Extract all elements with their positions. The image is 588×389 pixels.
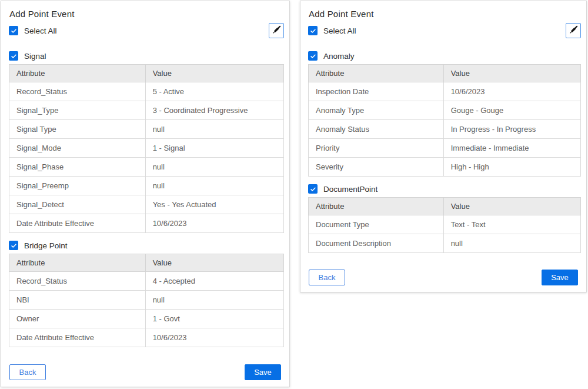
section-checkbox[interactable]: Anomaly (308, 51, 581, 61)
back-button[interactable]: Back (9, 364, 46, 380)
value-cell: 10/6/2023 (443, 82, 580, 101)
table-row: Signal_Type3 - Coordinated Progressive (9, 101, 284, 120)
value-cell: null (145, 158, 283, 177)
attribute-cell: Record_Status (9, 272, 146, 291)
select-all-label: Select All (24, 26, 57, 35)
column-header: Value (443, 65, 580, 82)
table-header-row: AttributeValue (309, 198, 581, 215)
value-cell: In Progress - In Progress (443, 120, 580, 139)
value-cell: null (145, 120, 283, 139)
section-label: Bridge Point (24, 241, 68, 250)
table-row: Signal_Mode1 - Signal (9, 139, 284, 158)
table-row: Record_Status4 - Accepted (9, 272, 284, 291)
back-button[interactable]: Back (309, 270, 345, 285)
attribute-cell: Inspection Date (309, 82, 444, 101)
checkbox-checked-icon[interactable] (9, 51, 18, 61)
attribute-cell: Document Type (309, 215, 444, 234)
table-row: NBInull (9, 291, 284, 310)
add-point-event-screens: Add Point Event Select All SignalAttribu… (0, 0, 588, 389)
attribute-table: AttributeValueRecord_Status5 - ActiveSig… (9, 64, 284, 233)
column-header: Attribute (309, 65, 444, 82)
attribute-table: AttributeValueRecord_Status4 - AcceptedN… (9, 254, 284, 347)
checkbox-checked-icon[interactable] (308, 184, 318, 194)
table-row: Owner1 - Govt (9, 310, 284, 328)
section-checkbox[interactable]: Signal (9, 51, 284, 61)
attribute-cell: NBI (9, 291, 146, 310)
section-checkbox[interactable]: Bridge Point (9, 241, 284, 250)
table-row: Signal_DetectYes - Yes Actuated (9, 195, 284, 214)
attribute-table: AttributeValueInspection Date10/6/2023An… (308, 64, 581, 177)
table-header-row: AttributeValue (309, 65, 581, 82)
table-row: Inspection Date10/6/2023 (309, 82, 581, 101)
attribute-cell: Severity (309, 158, 444, 177)
attribute-cell: Date Attribute Effective (9, 214, 146, 233)
column-header: Value (145, 254, 283, 272)
value-cell: 1 - Govt (145, 310, 283, 328)
table-row: Date Attribute Effective10/6/2023 (9, 328, 284, 347)
section-label: Signal (24, 52, 46, 61)
value-cell: Yes - Yes Actuated (145, 195, 283, 214)
table-row: Signal Typenull (9, 120, 284, 139)
eyedropper-button[interactable] (566, 23, 581, 38)
attribute-cell: Priority (309, 139, 444, 158)
attribute-cell: Anomaly Type (309, 101, 444, 120)
checkbox-checked-icon[interactable] (9, 241, 18, 250)
table-row: Record_Status5 - Active (9, 82, 284, 101)
checkbox-checked-icon[interactable] (308, 26, 318, 35)
table-header-row: AttributeValue (9, 65, 284, 82)
table-row: Signal_Preempnull (9, 177, 284, 195)
value-cell: 1 - Signal (145, 139, 283, 158)
page-title: Add Point Event (309, 9, 581, 19)
column-header: Value (145, 65, 283, 82)
attribute-cell: Signal_Phase (9, 158, 146, 177)
value-cell: 4 - Accepted (145, 272, 283, 291)
section-checkbox[interactable]: DocumentPoint (308, 184, 581, 194)
select-all-row: Select All (308, 26, 581, 41)
section-label-row: Signal (9, 51, 284, 61)
section-label: Anomaly (323, 52, 355, 61)
column-header: Value (443, 198, 580, 215)
attribute-cell: Document Description (309, 234, 444, 253)
value-cell: 10/6/2023 (145, 328, 283, 347)
select-all-row: Select All (9, 26, 284, 41)
attribute-cell: Date Attribute Effective (9, 328, 146, 347)
value-cell: High - High (443, 158, 580, 177)
section-label-row: Bridge Point (9, 241, 284, 250)
eyedropper-button[interactable] (269, 23, 284, 38)
section-label: DocumentPoint (323, 185, 377, 194)
table-row: Document Descriptionnull (309, 234, 581, 253)
table-row: Document TypeText - Text (309, 215, 581, 234)
add-point-event-panel-right: Add Point Event Select All AnomalyAttrib… (300, 1, 587, 292)
value-cell: Immediate - Immediate (443, 139, 580, 158)
eyedropper-icon (569, 25, 579, 36)
table-row: Signal_Phasenull (9, 158, 284, 177)
checkbox-checked-icon[interactable] (9, 26, 18, 35)
value-cell: null (145, 177, 283, 195)
select-all-checkbox[interactable]: Select All (9, 26, 57, 35)
save-button[interactable]: Save (245, 364, 281, 380)
attribute-cell: Signal_Mode (9, 139, 146, 158)
column-header: Attribute (9, 65, 146, 82)
select-all-checkbox[interactable]: Select All (308, 26, 356, 35)
checkbox-checked-icon[interactable] (308, 51, 318, 61)
attribute-cell: Record_Status (9, 82, 146, 101)
value-cell: null (443, 234, 580, 253)
event-layer-section: DocumentPointAttributeValueDocument Type… (308, 184, 581, 253)
attribute-cell: Owner (9, 310, 146, 328)
value-cell: Text - Text (443, 215, 580, 234)
table-header-row: AttributeValue (9, 254, 284, 272)
attribute-cell: Anomaly Status (309, 120, 444, 139)
value-cell: 5 - Active (145, 82, 283, 101)
section-label-row: Anomaly (308, 51, 581, 61)
page-title: Add Point Event (9, 9, 284, 19)
event-layer-section: Bridge PointAttributeValueRecord_Status4… (9, 241, 284, 347)
sections-container: AnomalyAttributeValueInspection Date10/6… (308, 51, 581, 253)
attribute-cell: Signal_Preemp (9, 177, 146, 195)
select-all-label: Select All (323, 26, 356, 35)
value-cell: null (145, 291, 283, 310)
attribute-cell: Signal_Type (9, 101, 146, 120)
table-row: Date Attribute Effective10/6/2023 (9, 214, 284, 233)
attribute-table: AttributeValueDocument TypeText - TextDo… (308, 197, 581, 253)
save-button[interactable]: Save (542, 270, 578, 285)
table-row: Anomaly TypeGouge - Gouge (309, 101, 581, 120)
